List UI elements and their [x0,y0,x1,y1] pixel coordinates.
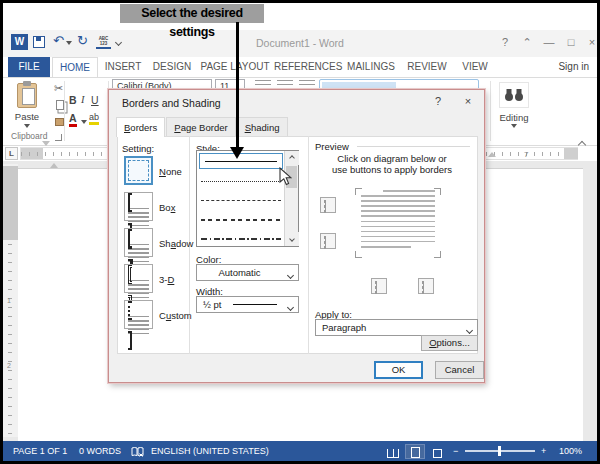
tab-page-layout[interactable]: PAGE LAYOUT [198,57,272,77]
scroll-down-icon[interactable] [285,232,299,246]
title-bar: W ↶ ↻ ABC123 Document1 - Word ? ⌃ — □ × [3,30,597,57]
ruler-number: 7 [524,150,528,159]
bold-button[interactable]: B [69,94,77,106]
tab-insert[interactable]: INSERT [100,57,146,77]
style-option-dashed-fine[interactable] [201,200,281,201]
tab-view[interactable]: VIEW [454,57,496,77]
right-indent-marker[interactable] [488,152,496,157]
dialog-close-icon[interactable]: × [459,95,477,107]
editing-caret-icon[interactable] [511,124,517,128]
lp: one [166,166,182,177]
tab-label-part: hading [251,122,280,133]
tab-review[interactable]: REVIEW [402,57,452,77]
right-border-button[interactable] [418,278,434,294]
print-layout-icon[interactable] [406,445,424,458]
read-mode-icon[interactable] [384,445,402,458]
zoom-slider-thumb[interactable] [498,446,501,456]
underline-button[interactable]: U [91,94,99,106]
lp: stom [171,310,192,321]
copy-icon[interactable] [56,100,64,110]
web-layout-icon[interactable] [428,445,446,458]
dialog-title: Borders and Shading [122,97,221,109]
language-indicator[interactable]: ENGLISH (UNITED STATES) [151,441,269,461]
font-color-caret-icon[interactable] [81,120,87,124]
find-button[interactable] [499,82,529,108]
apply-to-dropdown-icon[interactable] [462,320,477,335]
setting-custom-label[interactable]: Custom [159,310,192,321]
binoculars-icon [504,87,524,103]
color-select[interactable]: Automatic [196,264,299,281]
ribbon-display-icon[interactable]: ⌃ [519,36,535,49]
paste-button[interactable]: Paste [7,111,47,122]
setting-box-label[interactable]: Box [159,202,175,213]
indent-marker[interactable] [42,146,51,160]
dialog-tab-page-border[interactable]: Page Border [166,117,235,136]
width-dropdown-icon[interactable] [283,297,298,312]
proofing-icon[interactable] [131,445,144,457]
mouse-cursor [279,167,292,190]
style-option-dotted[interactable] [201,181,281,182]
setting-none-label[interactable]: None [159,166,182,177]
help-icon[interactable]: ? [497,36,513,48]
tab-home[interactable]: HOME [52,57,98,77]
lp: Sh [159,238,171,249]
format-painter-icon[interactable] [55,118,64,126]
width-value: ½ pt [197,297,231,312]
setting-box-icon[interactable] [124,192,153,221]
bottom-border-button[interactable] [320,233,336,249]
top-border-button[interactable] [320,197,336,213]
style-option-dash-dot[interactable] [201,238,281,240]
color-dropdown-icon[interactable] [283,265,298,280]
restore-icon[interactable]: □ [563,36,579,48]
zoom-level[interactable]: 100% [559,441,582,461]
setting-none-icon[interactable] [124,156,153,185]
scroll-up-icon[interactable] [285,151,299,165]
dialog-help-icon[interactable]: ? [429,95,447,107]
sign-in-link[interactable]: Sign in [558,57,589,77]
word-count[interactable]: 0 WORDS [79,441,121,461]
paste-caret-icon[interactable] [24,124,30,128]
tab-design[interactable]: DESIGN [148,57,196,77]
setting-shadow-label[interactable]: Shadow [159,238,193,249]
options-button[interactable]: Options... [421,335,478,351]
setting-custom-icon[interactable] [124,300,153,329]
style-option-dashed[interactable] [201,219,281,221]
zoom-out-button[interactable]: − [453,441,458,461]
tab-mailings[interactable]: MAILINGS [342,57,400,77]
highlight-button[interactable]: ab [89,112,99,125]
paste-clip-icon [23,81,31,86]
clipboard-dialog-launcher-icon[interactable] [55,134,62,141]
apply-to-select[interactable]: Paragraph [315,319,478,336]
editing-group-button[interactable]: Editing [492,112,536,123]
font-color-button[interactable]: A [69,112,77,127]
setting-3d-label[interactable]: 3-D [159,274,174,285]
preview-diagram[interactable] [355,188,441,258]
ok-button[interactable]: OK [374,361,423,379]
ribbon-tab-bar: FILE HOME INSERT DESIGN PAGE LAYOUT REFE… [3,57,597,77]
tab-file[interactable]: FILE [8,57,50,77]
dialog-tab-borders[interactable]: Borders [116,117,165,137]
setting-3d-icon[interactable] [124,264,153,293]
dialog-tab-shading[interactable]: Shading [237,117,288,136]
close-icon[interactable]: × [584,36,600,48]
cancel-button[interactable]: Cancel [435,361,484,379]
collapse-ribbon-icon[interactable] [579,134,585,152]
style-scrollbar[interactable] [284,151,298,246]
left-border-button[interactable] [371,278,387,294]
page-count[interactable]: PAGE 1 OF 1 [13,441,67,461]
tab-label-part: age Border [181,122,228,133]
width-select[interactable]: ½ pt [196,296,299,313]
setting-shadow-icon[interactable] [124,228,153,257]
tab-selector[interactable]: L [5,147,18,160]
status-bar: PAGE 1 OF 1 0 WORDS ENGLISH (UNITED STAT… [3,441,597,461]
lp: dow [176,238,193,249]
zoom-in-button[interactable]: + [541,441,546,461]
apply-to-value: Paragraph [316,320,461,335]
word-window: Select the desired settings W ↶ ↻ ABC123… [0,0,600,464]
style-listbox[interactable] [196,150,299,247]
lp: D [167,274,174,285]
cut-icon[interactable]: ✂ [54,82,63,95]
italic-button[interactable]: I [81,94,85,105]
minimize-icon[interactable]: — [541,36,557,48]
tab-references[interactable]: REFERENCES [274,57,340,77]
